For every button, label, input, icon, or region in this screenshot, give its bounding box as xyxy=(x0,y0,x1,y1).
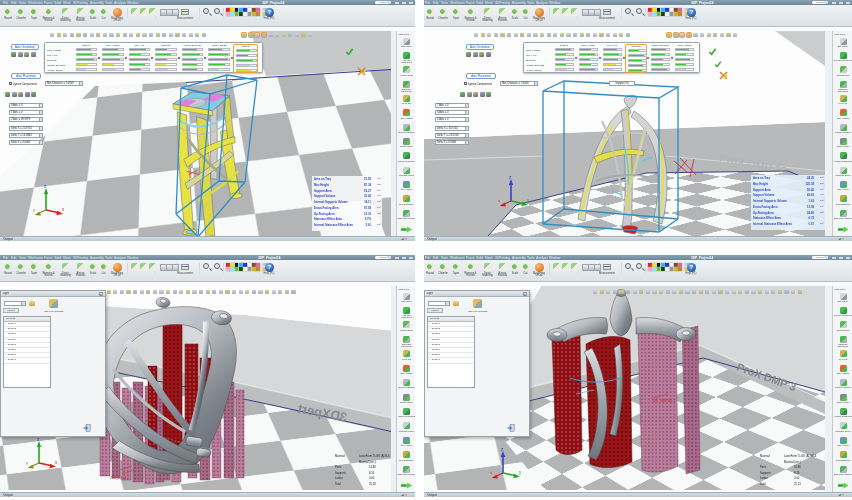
svg-text:5DX_DMP320.1: 5DX_DMP320.1 xyxy=(652,399,675,403)
svg-text:z: z xyxy=(37,437,40,442)
svg-text:y: y xyxy=(519,470,522,475)
svg-text:2DX_2(1).1: 2DX_2(1).1 xyxy=(110,476,127,480)
svg-text:x: x xyxy=(62,207,65,212)
svg-text:3DXpert: 3DXpert xyxy=(296,401,348,425)
svg-text:z: z xyxy=(509,175,512,180)
svg-text:x: x xyxy=(55,460,58,465)
svg-text:z: z xyxy=(501,447,504,452)
svg-text:x: x xyxy=(490,470,492,475)
svg-text:z: z xyxy=(44,184,47,189)
svg-text:x: x xyxy=(498,198,500,203)
svg-text:y: y xyxy=(26,460,28,465)
svg-text:y: y xyxy=(527,198,530,203)
svg-text:y: y xyxy=(33,207,35,212)
